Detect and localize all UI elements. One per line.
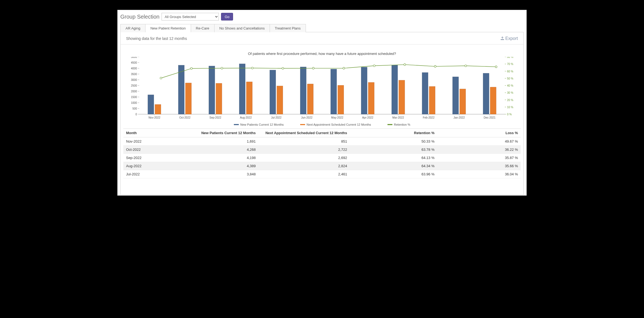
cell-loss: 49.67 % — [437, 137, 521, 146]
table-row[interactable]: Oct-20224,2682,72263.78 %36.22 % — [123, 146, 521, 154]
table-row[interactable]: Nov-20221,69185150.33 %49.67 % — [123, 137, 521, 146]
x-axis-label: Jun-2022 — [301, 116, 312, 119]
cell-month: Sep-2022 — [123, 154, 179, 162]
group-select[interactable]: All Groups Selected — [162, 13, 219, 20]
x-axis-label: Feb-2022 — [423, 116, 434, 119]
bar-new-patients — [270, 70, 276, 114]
x-axis-label: Apr-2022 — [362, 116, 374, 119]
bar-next-appt — [307, 84, 313, 114]
svg-text:4500: 4500 — [131, 61, 137, 64]
col-loss[interactable]: Loss % — [437, 129, 521, 137]
legend-item-retention[interactable]: Retention % — [387, 123, 410, 126]
topbar: Group Selection All Groups Selected Go — [118, 12, 526, 24]
tab-new-patient-retention[interactable]: New Patient Retention — [145, 24, 191, 32]
cell-next-appt: 2,722 — [258, 146, 350, 154]
legend-label: New Patients Current 12 Months — [240, 123, 284, 126]
cell-new-patients: 3,848 — [179, 170, 258, 178]
tab-ar-aging[interactable]: AR Aging — [120, 24, 145, 32]
chart-title: Of patients where first procedure perfor… — [121, 52, 523, 56]
cell-new-patients: 1,691 — [179, 137, 258, 146]
x-axis-label: Jan-2022 — [454, 116, 465, 119]
retention-point — [160, 77, 162, 79]
table-row[interactable]: Aug-20224,3892,82464.34 %35.66 % — [123, 162, 521, 170]
tab-re-care[interactable]: Re-Care — [191, 24, 214, 32]
tab-treatment-plans[interactable]: Treatment Plans — [270, 24, 306, 32]
x-axis-label: Sep-2022 — [209, 116, 221, 119]
bar-next-appt — [429, 86, 435, 114]
cell-retention: 64.13 % — [350, 154, 437, 162]
bar-next-appt — [186, 83, 192, 114]
retention-point — [465, 65, 467, 67]
retention-point — [190, 67, 192, 69]
x-axis-label: Oct-2022 — [179, 116, 191, 119]
legend-item-new-patients[interactable]: New Patients Current 12 Months — [234, 123, 284, 126]
export-label: Export — [505, 36, 518, 41]
col-retention[interactable]: Retention % — [350, 129, 437, 137]
retention-point — [373, 65, 375, 67]
cell-retention: 63.96 % — [350, 170, 437, 178]
cell-loss: 36.04 % — [437, 170, 521, 178]
bar-new-patients — [392, 65, 398, 114]
bar-new-patients — [148, 95, 154, 114]
x-axis-label: Mar-2022 — [392, 116, 404, 119]
bar-next-appt — [368, 83, 374, 114]
retention-point — [312, 67, 314, 69]
cell-loss: 36.22 % — [437, 146, 521, 154]
chart-legend: New Patients Current 12 Months Next Appo… — [121, 123, 523, 126]
retention-point — [343, 67, 345, 69]
col-month[interactable]: Month — [123, 129, 179, 137]
table-header-row: Month New Patients Current 12 Months Nex… — [123, 129, 521, 137]
col-new-patients[interactable]: New Patients Current 12 Months — [179, 129, 258, 137]
cell-retention: 50.33 % — [350, 137, 437, 146]
svg-text:50 %: 50 % — [507, 77, 513, 80]
legend-swatch-icon — [234, 124, 239, 125]
retention-point — [221, 67, 223, 69]
bar-next-appt — [460, 89, 466, 114]
legend-swatch-icon — [300, 124, 305, 125]
legend-swatch-icon — [387, 124, 392, 125]
bar-new-patients — [483, 73, 489, 114]
bar-new-patients — [453, 77, 459, 114]
table-row[interactable]: Sep-20224,1982,69264.13 %35.87 % — [123, 154, 521, 162]
svg-text:40 %: 40 % — [507, 84, 513, 87]
bar-new-patients — [178, 65, 184, 114]
bar-new-patients — [209, 66, 215, 114]
cell-loss: 35.87 % — [437, 154, 521, 162]
svg-text:1000: 1000 — [131, 101, 137, 104]
bar-next-appt — [338, 85, 344, 114]
svg-text:4000: 4000 — [131, 67, 137, 70]
cell-month: Nov-2022 — [123, 137, 179, 146]
cell-new-patients: 4,198 — [179, 154, 258, 162]
content-panel: Showing data for the last 12 months Expo… — [120, 32, 524, 195]
table-row[interactable]: Jul-20223,8482,46163.96 %36.04 % — [123, 170, 521, 178]
cell-next-appt: 2,824 — [258, 162, 350, 170]
legend-label: Next Appointment Scheduled Current 12 Mo… — [307, 123, 371, 126]
cell-month: Oct-2022 — [123, 146, 179, 154]
x-axis-label: Jul-2022 — [271, 116, 282, 119]
export-button[interactable]: Export — [500, 36, 518, 41]
tab-no-shows[interactable]: No Shows and Cancellations — [214, 24, 270, 32]
cell-month: Aug-2022 — [123, 162, 179, 170]
panel-header: Showing data for the last 12 months Expo… — [121, 32, 523, 45]
bar-new-patients — [361, 67, 367, 114]
bar-next-appt — [155, 104, 161, 114]
group-selection-label: Group Selection — [120, 14, 159, 20]
svg-text:3500: 3500 — [131, 73, 137, 76]
svg-text:5000: 5000 — [131, 57, 137, 58]
bar-new-patients — [422, 73, 428, 114]
svg-text:70 %: 70 % — [507, 63, 513, 66]
svg-text:0: 0 — [135, 113, 137, 116]
cell-next-appt: 851 — [258, 137, 350, 146]
legend-item-next-appt[interactable]: Next Appointment Scheduled Current 12 Mo… — [300, 123, 371, 126]
bar-next-appt — [277, 86, 283, 114]
col-next-appt[interactable]: Next Appointment Scheduled Current 12 Mo… — [258, 129, 350, 137]
legend-label: Retention % — [394, 123, 410, 126]
bar-next-appt — [399, 80, 405, 114]
table-body-scroll[interactable]: Nov-20221,69185150.33 %49.67 %Oct-20224,… — [121, 137, 523, 182]
go-button[interactable]: Go — [221, 13, 233, 20]
cell-retention: 64.34 % — [350, 162, 437, 170]
retention-chart: 0500100015002000250030003500400045005000… — [126, 57, 518, 122]
svg-text:500: 500 — [132, 107, 137, 110]
svg-text:20 %: 20 % — [507, 99, 513, 102]
cell-loss: 35.66 % — [437, 162, 521, 170]
